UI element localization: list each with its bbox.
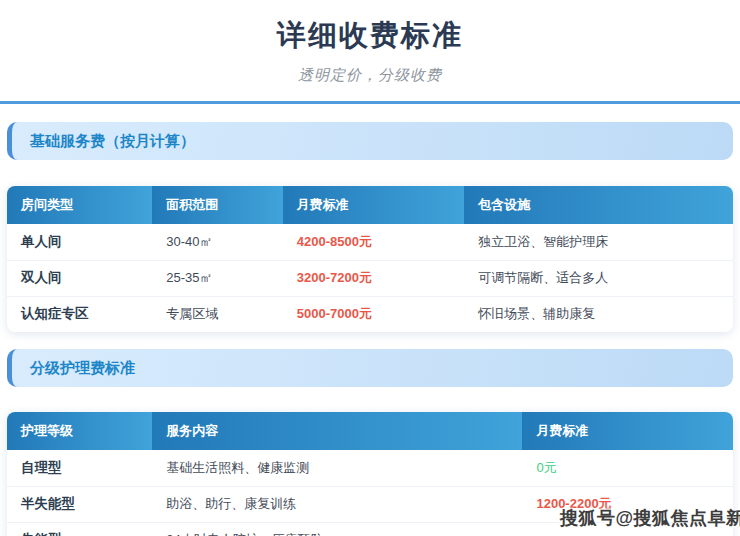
facilities-cell: 怀旧场景、辅助康复 <box>464 296 733 332</box>
section-heading-basic-fees: 基础服务费（按月计算） <box>7 122 733 160</box>
room-cell: 双人间 <box>7 260 152 296</box>
fee-cell: 0元 <box>522 450 733 486</box>
column-header-room-type: 房间类型 <box>7 186 152 224</box>
fee-cell: 3200-7200元 <box>283 260 465 296</box>
column-header-facilities: 包含设施 <box>464 186 733 224</box>
services-cell: 助浴、助行、康复训练 <box>152 486 522 522</box>
section-heading-care-fees: 分级护理费标准 <box>7 349 733 387</box>
table-header-row: 护理等级 服务内容 月费标准 <box>7 412 733 450</box>
table-header-row: 房间类型 面积范围 月费标准 包含设施 <box>7 186 733 224</box>
level-cell: 自理型 <box>7 450 152 486</box>
column-header-monthly-fee: 月费标准 <box>522 412 733 450</box>
facilities-cell: 独立卫浴、智能护理床 <box>464 224 733 260</box>
fee-cell: 5000-7000元 <box>283 296 465 332</box>
basic-fees-table-card: 房间类型 面积范围 月费标准 包含设施 单人间 30-40㎡ 4200-8500… <box>7 186 733 332</box>
page-title: 详细收费标准 <box>0 16 740 56</box>
page-subtitle: 透明定价，分级收费 <box>0 66 740 85</box>
column-header-care-level: 护理等级 <box>7 412 152 450</box>
area-cell: 专属区域 <box>152 296 283 332</box>
room-cell: 认知症专区 <box>7 296 152 332</box>
column-header-area-range: 面积范围 <box>152 186 283 224</box>
table-row: 双人间 25-35㎡ 3200-7200元 可调节隔断、适合多人 <box>7 260 733 296</box>
column-header-monthly-fee: 月费标准 <box>283 186 465 224</box>
services-cell: 24小时专人陪护、压疮预防 <box>152 522 522 536</box>
table-row: 自理型 基础生活照料、健康监测 0元 <box>7 450 733 486</box>
facilities-cell: 可调节隔断、适合多人 <box>464 260 733 296</box>
column-header-services: 服务内容 <box>152 412 522 450</box>
sohu-watermark: 搜狐号@搜狐焦点阜新站 <box>560 506 740 530</box>
page-header: 详细收费标准 透明定价，分级收费 <box>0 0 740 104</box>
table-row: 认知症专区 专属区域 5000-7000元 怀旧场景、辅助康复 <box>7 296 733 332</box>
area-cell: 30-40㎡ <box>152 224 283 260</box>
level-cell: 半失能型 <box>7 486 152 522</box>
basic-fees-table: 房间类型 面积范围 月费标准 包含设施 单人间 30-40㎡ 4200-8500… <box>7 186 733 332</box>
table-row: 单人间 30-40㎡ 4200-8500元 独立卫浴、智能护理床 <box>7 224 733 260</box>
fee-cell: 4200-8500元 <box>283 224 465 260</box>
area-cell: 25-35㎡ <box>152 260 283 296</box>
level-cell: 失能型 <box>7 522 152 536</box>
services-cell: 基础生活照料、健康监测 <box>152 450 522 486</box>
section-heading-label: 基础服务费（按月计算） <box>30 132 195 151</box>
main-content: 基础服务费（按月计算） 房间类型 面积范围 月费标准 包含设施 单人间 30-4… <box>0 122 740 536</box>
section-heading-label: 分级护理费标准 <box>30 359 135 378</box>
room-cell: 单人间 <box>7 224 152 260</box>
